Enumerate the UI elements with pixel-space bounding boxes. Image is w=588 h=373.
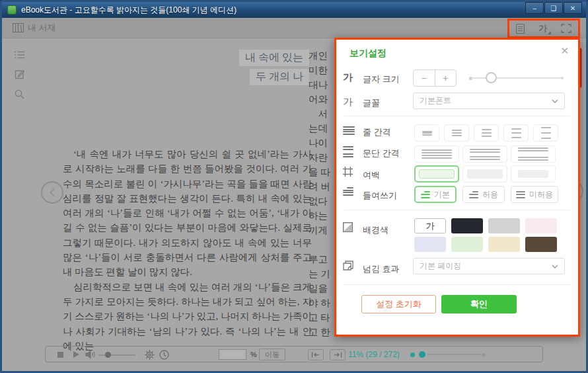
confirm-button[interactable]: 확인 (441, 295, 517, 313)
maximize-button[interactable]: ❑ (544, 2, 563, 14)
bg-color-gray-swatch[interactable] (488, 218, 520, 233)
font-size-slider-max-dot (561, 77, 564, 79)
chevron-down-icon (552, 99, 558, 103)
panel-divider (344, 284, 570, 285)
stop-icon[interactable] (57, 352, 63, 358)
font-settings-icon[interactable]: 가 (538, 22, 547, 34)
gear-icon[interactable] (145, 350, 155, 362)
margin-icon (343, 167, 353, 179)
close-button[interactable]: ✕ (564, 2, 582, 14)
font-size-slider-track[interactable] (471, 77, 562, 79)
page-transition-value: 기본 페이징 (420, 261, 461, 272)
jump-to-end-button[interactable] (330, 349, 346, 360)
font-size-icon: 가 (343, 71, 353, 84)
percent-symbol: % (250, 351, 257, 358)
margin-option-1-selected[interactable] (414, 165, 459, 183)
indent-label: 들여쓰기 (363, 190, 397, 202)
background-color-label: 배경색 (363, 224, 388, 236)
note-edit-icon[interactable] (15, 69, 24, 82)
panel-divider (344, 116, 570, 116)
page-percent-input[interactable] (219, 349, 246, 360)
indent-option-disallow[interactable]: 미허용 (511, 186, 558, 203)
bg-color-white-swatch[interactable]: 가 (414, 218, 446, 233)
panel-divider (344, 210, 570, 210)
panel-close-icon[interactable]: ✕ (560, 45, 569, 57)
font-family-value: 기본폰트 (420, 95, 451, 106)
indent-option-label: 기본 (434, 189, 450, 200)
app-window: eBook도서관 - 고요할수록 밝아지는 것들(100쇄 기념 에디션) – … (0, 0, 588, 373)
paragraph-spacing-option-2[interactable] (462, 145, 507, 163)
prev-page-button[interactable] (41, 181, 63, 204)
bg-color-beige-swatch[interactable] (488, 237, 520, 252)
chevron-left-icon (50, 188, 55, 197)
line-spacing-option-2[interactable] (444, 124, 469, 142)
my-library-button[interactable]: 내 서재 (13, 22, 56, 34)
indent-icon (343, 187, 353, 196)
line-spacing-icon (343, 126, 355, 135)
titlebar[interactable]: eBook도서관 - 고요할수록 밝아지는 것들(100쇄 기념 에디션) – … (2, 2, 586, 18)
progress-slider-track[interactable] (427, 354, 482, 355)
paragraph-spacing-option-3[interactable] (511, 145, 556, 163)
reader-content: 내 서재 가 (2, 18, 586, 371)
bg-color-brown-swatch[interactable] (525, 237, 557, 252)
minimize-button[interactable]: – (525, 2, 544, 14)
book-paragraph: 심리학적으로 보면 내 속에 있는 여러 개의 ‘나’들은 크게 두 가지로 모… (63, 280, 312, 353)
paragraph-spacing-label: 문단 간격 (363, 147, 400, 159)
search-icon[interactable] (15, 89, 24, 102)
page-transition-label: 넘김 효과 (363, 263, 400, 275)
play-icon[interactable] (73, 351, 79, 358)
progress-marker-dot (410, 352, 415, 357)
book-paragraph: ‘내 속엔 내가 너무도 많아 당신의 쉴 곳 없네’라는 가사로 시작하는 노… (63, 147, 312, 280)
chevron-down-icon (552, 265, 558, 269)
indent-option-default-selected[interactable]: 기본 (414, 186, 457, 203)
line-spacing-option-1[interactable] (414, 124, 439, 142)
bookshelf-icon (13, 23, 24, 32)
font-size-slider-thumb[interactable] (486, 72, 497, 83)
indent-option-allow[interactable]: 허용 (462, 186, 505, 203)
jump-to-start-button[interactable] (308, 349, 324, 360)
paragraph-spacing-option-1[interactable] (414, 145, 459, 163)
playback-toolbar: % 이동 11% (29 / 272) (45, 346, 543, 362)
font-size-increase-button[interactable]: + (435, 70, 457, 86)
app-icon (7, 5, 17, 15)
view-settings-icon[interactable] (516, 24, 525, 34)
line-spacing-option-3[interactable] (474, 124, 499, 142)
progress-slider-end-dot (482, 353, 486, 356)
reading-progress-text: 11% (29 / 272) (348, 350, 400, 359)
goto-button[interactable]: 이동 (259, 349, 285, 360)
page-transition-dropdown[interactable]: 기본 페이징 (413, 258, 565, 274)
volume-slider-thumb[interactable] (105, 352, 111, 358)
fullscreen-icon[interactable] (561, 24, 571, 33)
margin-label: 여백 (363, 169, 380, 181)
line-spacing-label: 줄 간격 (363, 126, 391, 138)
table-of-contents-icon[interactable] (15, 50, 24, 62)
margin-option-3[interactable] (511, 165, 556, 183)
line-spacing-option-5[interactable] (533, 124, 558, 142)
margin-option-2[interactable] (462, 165, 507, 183)
reader-topbar: 내 서재 가 (2, 18, 586, 38)
progress-slider-thumb[interactable] (419, 351, 425, 358)
view-settings-panel: 보기설정 ✕ 가 글자 크기 − + 가 글꼴 기본폰트 줄 간격 (334, 38, 580, 337)
history-clock-icon[interactable] (159, 350, 169, 362)
paragraph-spacing-icon (343, 145, 353, 158)
bg-color-pink-swatch[interactable] (525, 218, 557, 233)
indent-option-label: 허용 (482, 189, 498, 200)
bg-color-dark-swatch[interactable] (451, 218, 483, 233)
book-page-text: ‘내 속엔 내가 너무도 많아 당신의 쉴 곳 없네’라는 가사로 시작하는 노… (63, 147, 312, 353)
volume-icon[interactable] (85, 350, 95, 362)
window-title: eBook도서관 - 고요할수록 밝아지는 것들(100쇄 기념 에디션) (21, 5, 237, 16)
line-spacing-option-4[interactable] (503, 124, 529, 142)
bg-color-lavender-swatch[interactable] (414, 237, 446, 252)
indent-option-label: 미허용 (529, 189, 553, 200)
font-size-stepper: − + (413, 69, 457, 87)
font-family-label: 글꼴 (363, 97, 380, 109)
view-tools-highlight-box: 가 (507, 19, 580, 38)
chapter-title-line1: 내 속에 있는 (239, 50, 309, 66)
font-size-label: 글자 크기 (363, 73, 400, 85)
bg-color-green-swatch[interactable] (451, 237, 483, 252)
background-color-icon (343, 222, 353, 235)
font-size-decrease-button[interactable]: − (414, 70, 435, 86)
font-family-dropdown[interactable]: 기본폰트 (413, 93, 565, 109)
volume-slider[interactable] (98, 354, 135, 356)
reset-settings-button[interactable]: 설정 초기화 (361, 295, 436, 313)
